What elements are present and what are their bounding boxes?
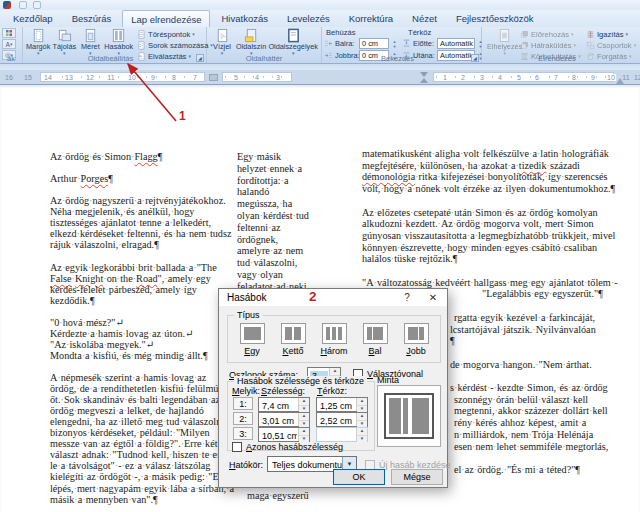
col-index-box: 1: [233, 397, 253, 410]
col-number-header: Melyik: [232, 386, 260, 396]
preset-jobb[interactable]: Jobb [397, 323, 435, 356]
doc-line: "Legalábbis·egy·egyszerűt."¶ [482, 288, 603, 299]
doc-line: rény·kérés·ahhoz·képest,·amit·a [454, 417, 586, 428]
doc-line: vagy·olyan [237, 269, 283, 280]
preview-box [377, 385, 441, 447]
doc-line: matematikusként·aligha·volt·felkészülve·… [362, 148, 609, 159]
preset-icon[interactable] [404, 323, 429, 344]
column-row-1: 1:7,4 cm▲▼1,25 cm▲▼ [228, 397, 374, 412]
width-spacing-groupbox: Hasábok szélessége és térköze Melyik: Sz… [227, 381, 375, 451]
type-groupbox-label: Típus [234, 310, 263, 320]
preview-label: Minta [377, 375, 399, 385]
doc-line: Arthur·Porges¶ [50, 173, 113, 184]
preset-icon[interactable] [322, 323, 347, 344]
spacing-header: Térköz: [317, 386, 347, 396]
doc-line: kezdődik.¶ [50, 295, 95, 306]
doc-line: démonológia·ritka·kifejezései·bonyolítot… [362, 171, 607, 182]
checkbox-box[interactable] [232, 442, 242, 452]
doc-line: ¶ [450, 335, 455, 346]
doc-line: Egy·másik [237, 151, 281, 162]
column-row-3: 3:10,51 cm▲▼▲▼ [228, 427, 374, 442]
preset-egy[interactable]: Egy [233, 323, 271, 356]
doc-line: ördög·megveszi·a·lelket,·de·hajlandó [50, 405, 204, 416]
doc-line: esen·nem·lehet·semmiféle·megtorlás, [454, 441, 608, 452]
doc-line: elengedni,·ha·az·illető·meg·tud·válaszol… [50, 416, 224, 427]
doc-line: messze·van·az·égtől·a·földig?".·Erre·két [50, 438, 217, 449]
doc-line: False·Knight·on·the·Road",·amely·egy [50, 273, 211, 284]
dialog-help-icon[interactable]: ? [399, 292, 415, 303]
doc-line: "A·változatosság·kedvéért·hallgass·meg·e… [362, 277, 618, 288]
doc-line: tud·válaszolni, [237, 257, 297, 268]
annotation-label-1: 1 [179, 109, 186, 123]
doc-line: Az·egyik·legkorábbi·brit·ballada·a·"The [50, 262, 217, 273]
doc-line: Az·ördög·nagyszerű·a·rejtvényjátékokhoz. [50, 195, 226, 206]
col-spacing-spinner[interactable]: 1,25 cm▲▼ [316, 397, 368, 412]
annotation-label-2: 2 [309, 289, 317, 304]
col-width-spinner[interactable]: 10,51 cm▲▼ [258, 427, 310, 442]
doc-line: lépés,·mert·nagyapám·egyik·lába·a·sírban… [50, 483, 234, 494]
preview-column [403, 398, 408, 434]
col-index-box: 2: [233, 412, 253, 425]
doc-line: de·mogorva·hangon.·"Nem·árthat. [450, 359, 592, 370]
doc-line: tisztességes·ajánlatot·tenne·a·lelkedért… [50, 217, 211, 228]
apply-to-label: Hatókör: [229, 460, 263, 470]
preset-három[interactable]: Három [315, 323, 353, 356]
column-row-2: 2:3,01 cm▲▼2,52 cm▲▼ [228, 412, 374, 427]
preset-icon[interactable] [281, 323, 306, 344]
doc-line: bizonyos·kérdéseket,·például:·"Milyen [50, 427, 210, 438]
doc-line: "Az·iskolába·megyek."↵ [50, 339, 154, 350]
doc-line: "0·hová·mész?"↵ [50, 317, 124, 328]
width-spacing-groupbox-label: Hasábok szélessége és térköze [234, 376, 367, 386]
col-spacing-spinner[interactable]: 2,52 cm▲▼ [316, 412, 368, 427]
doc-line: szonnégy·órán·belül·választ·kell [454, 394, 588, 405]
preset-bal[interactable]: Bal [356, 323, 394, 356]
width-header: Szélesség: [261, 386, 305, 396]
doc-line: amelyre·az·nem [237, 245, 303, 256]
dialog-title-bar[interactable]: Hasábok ? ✕ [219, 289, 447, 307]
col-width-spinner[interactable]: 3,01 cm▲▼ [258, 412, 310, 427]
doc-line: Az·előzetes·csetepaté·után·Simon·és·az·ö… [362, 207, 598, 218]
doc-line: Kérdezte·a·hamis·lovag·az·úton.↵ [50, 328, 194, 339]
doc-line: rgatta·egyik·kezével·a·farkincáját, [454, 312, 595, 323]
doc-line: megússza,·ha [237, 198, 292, 209]
cancel-button[interactable]: Mégse [391, 469, 443, 485]
doc-line: megfejtésére,·különösen,·ha·azokat·a·tiz… [362, 160, 580, 171]
type-groupbox: Típus EgyKettőHáromBalJobb [227, 315, 441, 363]
doc-line: megtenni,·akkor·százezer·dollárt·kell [454, 405, 608, 416]
preset-icon[interactable] [240, 323, 265, 344]
doc-line: halálos·tüske·rejtőzik.¶ [362, 253, 457, 264]
doc-line: n·milliárdok,·nem·Trója·Helénája [454, 429, 593, 440]
preview-page [384, 393, 434, 439]
doc-line: Néha·megjelenik,·és·anélkül,·hogy [50, 206, 194, 217]
doc-line: le·a·távolságot"·-·ez·a·válasz·látszólag [50, 460, 210, 471]
doc-line: olyan·kérdést·tud [237, 210, 309, 221]
doc-line: ördögnek, [237, 234, 278, 245]
doc-line: rájuk·válaszolni,·elragad.¶ [50, 239, 159, 250]
col-spacing-spinner: ▲▼ [316, 427, 368, 442]
doc-line: A·népmesék·szerint·a·hamis·lovag·az [50, 372, 206, 383]
doc-line: feltenni·az [237, 222, 281, 233]
doc-line: Az·ördög·és·Simon·Flagg¶ [50, 151, 162, 162]
doc-line: kérdés-felelet·párbeszéd,·amely·így [50, 284, 197, 295]
doc-line: helyzet·ennek·a [237, 163, 302, 174]
preset-icon[interactable] [363, 323, 388, 344]
doc-line: gúnyosan·visszautasította·a·legmegbízhat… [362, 230, 615, 241]
dialog-title: Hasábok [227, 292, 266, 303]
equal-column-width-checkbox[interactable]: Azonos hasábszélesség [232, 442, 343, 452]
doc-line: ördög,·de·a·rendíthetetlen·kisfiú·felülm… [50, 383, 229, 394]
spin-up-icon[interactable]: ▲ [330, 368, 340, 376]
doc-line: elkezd·kérdéseket·feltenni,·és·ha·nem·tu… [50, 228, 231, 239]
dialog-close-icon[interactable]: ✕ [425, 292, 441, 303]
doc-line: választ·adnak:·"Tudnod·kell,·hiszen·te·e… [50, 449, 231, 460]
doc-line: alkudozni·kezdett.·Az·ördög·mogorva·volt… [362, 218, 594, 229]
doc-line: halandó [237, 186, 269, 197]
doc-line: Mondta·a·kisfiú,·és·még·mindig·állt.¶ [50, 350, 208, 361]
ok-button[interactable]: OK [333, 469, 385, 485]
preview-column [389, 398, 401, 434]
doc-line: volt,·hogy·a·nőnek·volt·érzéke·az·ilyen·… [362, 183, 615, 194]
doc-line: s·kérdést·-·kezdte·Simon,·és·az·ördög [450, 382, 608, 393]
doc-line: másik·a·mennyben·van".¶ [50, 494, 158, 505]
col-width-spinner[interactable]: 7,4 cm▲▼ [258, 397, 310, 412]
preset-kettő[interactable]: Kettő [274, 323, 312, 356]
doc-line: őt.·Sok·skandináv·és·balti·legendában·az [50, 394, 220, 405]
